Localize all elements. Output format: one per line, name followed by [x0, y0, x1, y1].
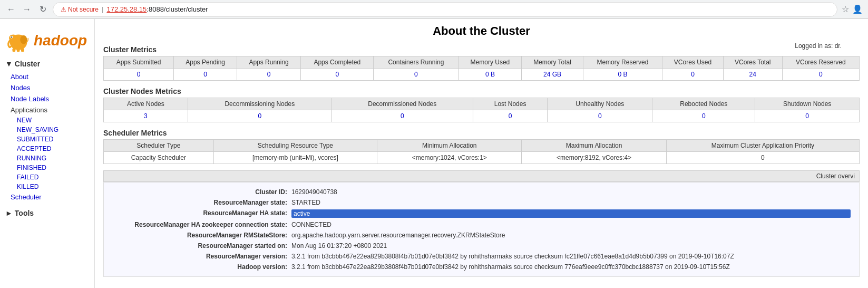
info-label-4: ResourceManager RMStateStore:	[112, 232, 291, 239]
cluster-metrics-col-2: Apps Running	[237, 56, 301, 69]
sidebar-item-new-saving[interactable]: NEW_SAVING	[0, 125, 94, 135]
cluster-nodes-col-0: Active Nodes	[104, 98, 188, 110]
sidebar-tools-header[interactable]: ► Tools	[0, 206, 94, 220]
scheduler-col-1: Scheduling Resource Type	[213, 140, 377, 152]
scheduler-val-4: 0	[666, 152, 859, 164]
sidebar-item-running[interactable]: RUNNING	[0, 153, 94, 163]
cluster-nodes-val-1: 0	[188, 110, 331, 122]
warning-icon: ⚠	[61, 6, 66, 13]
info-value-0: 1629049040738	[291, 188, 851, 196]
info-value-2: active	[291, 209, 851, 218]
info-row-3: ResourceManager HA zookeeper connection …	[112, 219, 851, 230]
info-row-1: ResourceManager state:STARTED	[112, 197, 851, 208]
cluster-metrics-val-7: 0 B	[583, 69, 662, 81]
url-host: 172.25.28.15:8088/cluster/cluster	[106, 5, 208, 13]
cluster-metrics-val-4: 0	[374, 69, 459, 81]
hadoop-elephant-icon	[5, 28, 32, 52]
hadoop-text: hadoop	[34, 32, 87, 49]
cluster-nodes-val-5: 0	[652, 110, 755, 122]
sidebar-item-applications[interactable]: Applications	[0, 104, 94, 116]
cluster-metrics-col-0: Apps Submitted	[104, 56, 174, 69]
main-content: About the Cluster Cluster Metrics Apps S…	[95, 19, 868, 288]
scheduler-val-0: Capacity Scheduler	[104, 152, 214, 164]
svg-point-4	[20, 35, 27, 44]
info-row-5: ResourceManager started on:Mon Aug 16 01…	[112, 241, 851, 251]
cluster-nodes-val-3: 0	[473, 110, 548, 122]
sidebar-item-scheduler[interactable]: Scheduler	[0, 191, 94, 203]
bookmark-icon[interactable]: ☆	[842, 4, 849, 14]
info-value-7: 3.2.1 from b3cbbb467e22ea829b3808f4b7b01…	[291, 263, 851, 271]
sidebar: hadoop ▼ Cluster About Nodes Node Labels…	[0, 19, 95, 288]
info-label-7: Hadoop version:	[112, 263, 291, 271]
sidebar-item-submitted[interactable]: SUBMITTED	[0, 135, 94, 144]
info-value-4: org.apache.hadoop.yarn.server.resourcema…	[291, 232, 851, 239]
info-label-5: ResourceManager started on:	[112, 242, 291, 249]
scheduler-metrics-table: Scheduler TypeScheduling Resource TypeMi…	[103, 139, 860, 164]
cluster-metrics-val-2: 0	[237, 69, 301, 81]
sidebar-item-about[interactable]: About	[0, 71, 94, 82]
sidebar-item-node-labels[interactable]: Node Labels	[0, 93, 94, 104]
cluster-nodes-col-3: Lost Nodes	[473, 98, 548, 110]
cluster-nodes-col-1: Decommissioning Nodes	[188, 98, 331, 110]
sidebar-item-finished[interactable]: FINISHED	[0, 163, 94, 172]
url-separator: |	[102, 5, 103, 13]
svg-rect-7	[21, 49, 24, 52]
sidebar-item-accepted[interactable]: ACCEPTED	[0, 144, 94, 153]
sidebar-cluster-header[interactable]: ▼ Cluster	[0, 56, 94, 71]
info-label-0: Cluster ID:	[112, 188, 291, 196]
cluster-nodes-metrics-table: Active NodesDecommissioning NodesDecommi…	[103, 98, 860, 122]
scheduler-col-0: Scheduler Type	[104, 140, 214, 152]
cluster-nodes-val-0: 3	[104, 110, 188, 122]
info-row-4: ResourceManager RMStateStore:org.apache.…	[112, 230, 851, 241]
info-label-1: ResourceManager state:	[112, 199, 291, 206]
cluster-metrics-header: Cluster Metrics	[103, 45, 860, 54]
info-value-5: Mon Aug 16 01:37:20 +0800 2021	[291, 242, 851, 249]
sidebar-item-nodes[interactable]: Nodes	[0, 82, 94, 93]
not-secure-indicator: ⚠ Not secure	[61, 6, 99, 13]
scheduler-val-3: <memory:8192, vCores:4>	[522, 152, 666, 164]
cluster-metrics-table: Apps SubmittedApps PendingApps RunningAp…	[103, 56, 860, 81]
sidebar-item-killed[interactable]: KILLED	[0, 182, 94, 191]
scheduler-col-3: Maximum Allocation	[522, 140, 666, 152]
cluster-metrics-col-4: Containers Running	[374, 56, 459, 69]
svg-point-3	[11, 36, 12, 37]
sidebar-item-failed[interactable]: FAILED	[0, 172, 94, 182]
cluster-metrics-col-9: VCores Total	[723, 56, 782, 69]
cluster-metrics-val-1: 0	[174, 69, 237, 81]
back-button[interactable]: ←	[5, 4, 17, 15]
scheduler-col-2: Minimum Allocation	[377, 140, 522, 152]
scheduler-val-1: [memory-mb (unit=Mi), vcores]	[213, 152, 377, 164]
tools-arrow-icon: ►	[5, 209, 13, 217]
info-label-3: ResourceManager HA zookeeper connection …	[112, 221, 291, 228]
page-title: About the Cluster	[103, 24, 860, 38]
cluster-metrics-col-1: Apps Pending	[174, 56, 237, 69]
logged-in-label: Logged in as: dr.	[795, 42, 842, 50]
sidebar-item-new[interactable]: NEW	[0, 116, 94, 125]
info-row-2: ResourceManager HA state:active	[112, 208, 851, 219]
forward-button[interactable]: →	[21, 4, 33, 15]
cluster-metrics-val-5: 0 B	[459, 69, 522, 81]
hadoop-logo: hadoop	[0, 24, 94, 56]
cluster-nodes-col-2: Decommissioned Nodes	[331, 98, 473, 110]
cluster-nodes-val-6: 0	[755, 110, 860, 122]
scheduler-val-2: <memory:1024, vCores:1>	[377, 152, 522, 164]
refresh-button[interactable]: ↻	[37, 4, 48, 15]
cluster-metrics-col-6: Memory Total	[522, 56, 583, 69]
cluster-metrics-col-8: VCores Used	[662, 56, 724, 69]
profile-icon[interactable]: 👤	[852, 4, 863, 14]
address-bar[interactable]: ⚠ Not secure | 172.25.28.15:8088/cluster…	[53, 2, 837, 17]
browser-right-controls: ☆ 👤	[842, 4, 863, 14]
cluster-metrics-col-7: Memory Reserved	[583, 56, 662, 69]
cluster-nodes-metrics-header: Cluster Nodes Metrics	[103, 87, 860, 95]
browser-chrome: ← → ↻ ⚠ Not secure | 172.25.28.15:8088/c…	[0, 0, 868, 19]
cluster-nodes-col-4: Unhealthy Nodes	[548, 98, 652, 110]
cluster-metrics-val-0: 0	[104, 69, 174, 81]
info-value-1: STARTED	[291, 199, 851, 206]
scheduler-metrics-header: Scheduler Metrics	[103, 129, 860, 137]
cluster-metrics-val-9: 24	[723, 69, 782, 81]
cluster-arrow-icon: ▼	[5, 60, 13, 68]
cluster-nodes-val-4: 0	[548, 110, 652, 122]
cluster-metrics-val-3: 0	[301, 69, 374, 81]
info-label-6: ResourceManager version:	[112, 253, 291, 260]
svg-rect-5	[13, 49, 16, 52]
